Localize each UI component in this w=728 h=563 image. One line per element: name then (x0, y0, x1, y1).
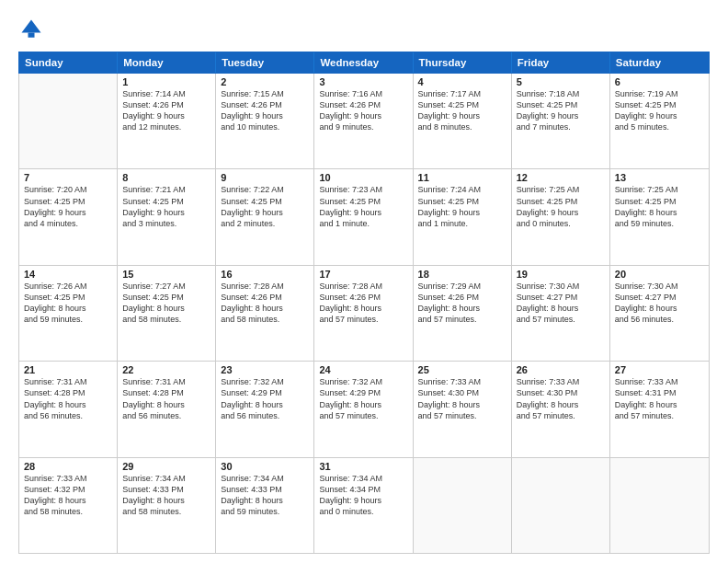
header-day-tuesday: Tuesday (216, 52, 314, 73)
calendar-cell: 29Sunrise: 7:34 AM Sunset: 4:33 PM Dayli… (118, 458, 216, 553)
cell-info: Sunrise: 7:34 AM Sunset: 4:33 PM Dayligh… (221, 473, 309, 518)
calendar-cell: 4Sunrise: 7:17 AM Sunset: 4:25 PM Daylig… (414, 74, 512, 168)
cell-date: 17 (319, 269, 407, 280)
calendar-cell: 19Sunrise: 7:30 AM Sunset: 4:27 PM Dayli… (512, 266, 610, 361)
cell-date: 4 (418, 76, 506, 87)
cell-info: Sunrise: 7:32 AM Sunset: 4:29 PM Dayligh… (319, 376, 407, 421)
cell-date: 18 (418, 269, 506, 280)
calendar-row-4: 28Sunrise: 7:33 AM Sunset: 4:32 PM Dayli… (19, 458, 709, 553)
header-day-saturday: Saturday (610, 52, 709, 73)
calendar-cell: 30Sunrise: 7:34 AM Sunset: 4:33 PM Dayli… (216, 458, 314, 553)
header (18, 17, 710, 42)
calendar-row-1: 7Sunrise: 7:20 AM Sunset: 4:25 PM Daylig… (19, 169, 709, 265)
calendar-row-3: 21Sunrise: 7:31 AM Sunset: 4:28 PM Dayli… (19, 362, 709, 457)
cell-info: Sunrise: 7:34 AM Sunset: 4:34 PM Dayligh… (319, 473, 407, 518)
calendar-cell: 12Sunrise: 7:25 AM Sunset: 4:25 PM Dayli… (512, 169, 610, 264)
cell-info: Sunrise: 7:16 AM Sunset: 4:26 PM Dayligh… (319, 88, 407, 133)
calendar-cell: 8Sunrise: 7:21 AM Sunset: 4:25 PM Daylig… (118, 169, 216, 264)
calendar-cell: 16Sunrise: 7:28 AM Sunset: 4:26 PM Dayli… (216, 266, 314, 361)
calendar-cell: 24Sunrise: 7:32 AM Sunset: 4:29 PM Dayli… (314, 362, 413, 456)
header-day-sunday: Sunday (19, 52, 118, 73)
calendar-cell: 22Sunrise: 7:31 AM Sunset: 4:28 PM Dayli… (118, 362, 216, 456)
cell-info: Sunrise: 7:19 AM Sunset: 4:25 PM Dayligh… (615, 88, 704, 133)
calendar-header: SundayMondayTuesdayWednesdayThursdayFrid… (18, 52, 710, 74)
cell-info: Sunrise: 7:33 AM Sunset: 4:32 PM Dayligh… (24, 473, 112, 518)
cell-info: Sunrise: 7:15 AM Sunset: 4:26 PM Dayligh… (221, 88, 309, 133)
cell-date: 14 (24, 269, 112, 280)
calendar-cell (414, 458, 512, 553)
cell-date: 19 (517, 269, 605, 280)
calendar-cell: 3Sunrise: 7:16 AM Sunset: 4:26 PM Daylig… (314, 74, 413, 168)
header-day-wednesday: Wednesday (314, 52, 413, 73)
calendar-cell: 31Sunrise: 7:34 AM Sunset: 4:34 PM Dayli… (314, 458, 413, 553)
calendar-cell: 1Sunrise: 7:14 AM Sunset: 4:26 PM Daylig… (118, 74, 216, 168)
cell-info: Sunrise: 7:18 AM Sunset: 4:25 PM Dayligh… (517, 88, 605, 133)
svg-rect-1 (28, 33, 35, 38)
cell-info: Sunrise: 7:31 AM Sunset: 4:28 PM Dayligh… (122, 376, 210, 421)
header-day-friday: Friday (512, 52, 610, 73)
cell-info: Sunrise: 7:25 AM Sunset: 4:25 PM Dayligh… (615, 184, 704, 229)
cell-date: 13 (615, 172, 704, 183)
calendar-cell: 21Sunrise: 7:31 AM Sunset: 4:28 PM Dayli… (19, 362, 118, 456)
page: SundayMondayTuesdayWednesdayThursdayFrid… (0, 0, 728, 563)
cell-info: Sunrise: 7:22 AM Sunset: 4:25 PM Dayligh… (221, 184, 309, 229)
cell-info: Sunrise: 7:33 AM Sunset: 4:31 PM Dayligh… (615, 376, 704, 421)
calendar-cell: 2Sunrise: 7:15 AM Sunset: 4:26 PM Daylig… (216, 74, 314, 168)
calendar-cell: 28Sunrise: 7:33 AM Sunset: 4:32 PM Dayli… (19, 458, 118, 553)
cell-date: 1 (122, 76, 210, 87)
calendar-row-2: 14Sunrise: 7:26 AM Sunset: 4:25 PM Dayli… (19, 266, 709, 362)
cell-date: 25 (418, 364, 506, 375)
cell-info: Sunrise: 7:17 AM Sunset: 4:25 PM Dayligh… (418, 88, 506, 133)
calendar: SundayMondayTuesdayWednesdayThursdayFrid… (18, 52, 710, 554)
calendar-row-0: 1Sunrise: 7:14 AM Sunset: 4:26 PM Daylig… (19, 74, 709, 169)
cell-date: 12 (517, 172, 605, 183)
calendar-cell (610, 458, 709, 553)
cell-date: 21 (24, 364, 112, 375)
calendar-body: 1Sunrise: 7:14 AM Sunset: 4:26 PM Daylig… (18, 74, 710, 554)
calendar-cell (512, 458, 610, 553)
calendar-cell (19, 74, 118, 168)
cell-date: 2 (221, 76, 309, 87)
calendar-cell: 9Sunrise: 7:22 AM Sunset: 4:25 PM Daylig… (216, 169, 314, 264)
cell-info: Sunrise: 7:14 AM Sunset: 4:26 PM Dayligh… (122, 88, 210, 133)
cell-info: Sunrise: 7:21 AM Sunset: 4:25 PM Dayligh… (122, 184, 210, 229)
svg-marker-0 (22, 20, 41, 33)
cell-date: 15 (122, 269, 210, 280)
cell-info: Sunrise: 7:30 AM Sunset: 4:27 PM Dayligh… (517, 281, 605, 326)
calendar-cell: 10Sunrise: 7:23 AM Sunset: 4:25 PM Dayli… (314, 169, 413, 264)
calendar-cell: 15Sunrise: 7:27 AM Sunset: 4:25 PM Dayli… (118, 266, 216, 361)
calendar-cell: 17Sunrise: 7:28 AM Sunset: 4:26 PM Dayli… (314, 266, 413, 361)
cell-info: Sunrise: 7:24 AM Sunset: 4:25 PM Dayligh… (418, 184, 506, 229)
cell-info: Sunrise: 7:30 AM Sunset: 4:27 PM Dayligh… (615, 281, 704, 326)
cell-date: 3 (319, 76, 407, 87)
cell-info: Sunrise: 7:25 AM Sunset: 4:25 PM Dayligh… (517, 184, 605, 229)
calendar-cell: 14Sunrise: 7:26 AM Sunset: 4:25 PM Dayli… (19, 266, 118, 361)
calendar-cell: 6Sunrise: 7:19 AM Sunset: 4:25 PM Daylig… (610, 74, 709, 168)
cell-date: 11 (418, 172, 506, 183)
cell-date: 28 (24, 461, 112, 472)
cell-date: 30 (221, 461, 309, 472)
cell-info: Sunrise: 7:33 AM Sunset: 4:30 PM Dayligh… (517, 376, 605, 421)
cell-date: 23 (221, 364, 309, 375)
cell-info: Sunrise: 7:31 AM Sunset: 4:28 PM Dayligh… (24, 376, 112, 421)
cell-info: Sunrise: 7:23 AM Sunset: 4:25 PM Dayligh… (319, 184, 407, 229)
cell-date: 5 (517, 76, 605, 87)
header-day-monday: Monday (118, 52, 216, 73)
calendar-cell: 27Sunrise: 7:33 AM Sunset: 4:31 PM Dayli… (610, 362, 709, 456)
calendar-cell: 18Sunrise: 7:29 AM Sunset: 4:26 PM Dayli… (414, 266, 512, 361)
cell-info: Sunrise: 7:28 AM Sunset: 4:26 PM Dayligh… (319, 281, 407, 326)
cell-info: Sunrise: 7:29 AM Sunset: 4:26 PM Dayligh… (418, 281, 506, 326)
cell-date: 7 (24, 172, 112, 183)
calendar-cell: 7Sunrise: 7:20 AM Sunset: 4:25 PM Daylig… (19, 169, 118, 264)
cell-date: 8 (122, 172, 210, 183)
cell-date: 16 (221, 269, 309, 280)
calendar-cell: 26Sunrise: 7:33 AM Sunset: 4:30 PM Dayli… (512, 362, 610, 456)
calendar-cell: 20Sunrise: 7:30 AM Sunset: 4:27 PM Dayli… (610, 266, 709, 361)
calendar-cell: 11Sunrise: 7:24 AM Sunset: 4:25 PM Dayli… (414, 169, 512, 264)
cell-date: 24 (319, 364, 407, 375)
cell-date: 9 (221, 172, 309, 183)
logo (18, 17, 48, 42)
cell-date: 6 (615, 76, 704, 87)
cell-date: 22 (122, 364, 210, 375)
calendar-cell: 5Sunrise: 7:18 AM Sunset: 4:25 PM Daylig… (512, 74, 610, 168)
